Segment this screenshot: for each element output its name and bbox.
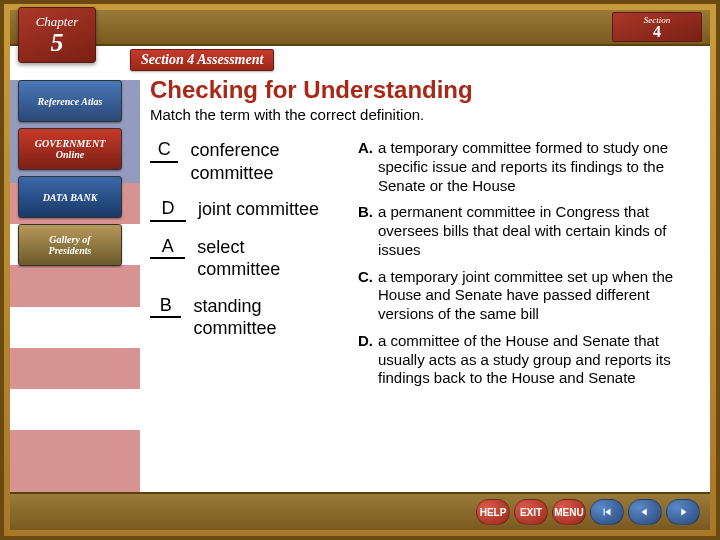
- section-number: 4: [653, 25, 661, 39]
- exit-button[interactable]: EXIT: [514, 499, 548, 525]
- prev-button[interactable]: [628, 499, 662, 525]
- first-icon: [600, 505, 614, 519]
- terms-column: C conference committee D joint committee…: [150, 139, 330, 396]
- definition-letter: B.: [358, 203, 378, 259]
- assessment-badge: Section 4 Assessment: [130, 49, 274, 71]
- sidebar-government-online[interactable]: GOVERNMENT Online: [18, 128, 122, 170]
- term-item: D joint committee: [150, 198, 330, 222]
- term-item: A select committee: [150, 236, 330, 281]
- assessment-bar: Section 4 Assessment: [10, 46, 710, 76]
- instructions-text: Match the term with the correct definiti…: [150, 106, 698, 123]
- sidebar-gallery-presidents[interactable]: Gallery of Presidents: [18, 224, 122, 266]
- definition-text: a temporary joint committee set up when …: [378, 268, 698, 324]
- answer-blank: C: [150, 139, 178, 163]
- next-button[interactable]: [666, 499, 700, 525]
- definition-text: a committee of the House and Senate that…: [378, 332, 698, 388]
- definition-item: C. a temporary joint committee set up wh…: [358, 268, 698, 324]
- bottom-nav-bar: HELP EXIT MENU: [10, 492, 710, 530]
- term-text: standing committee: [193, 295, 330, 340]
- definition-item: D. a committee of the House and Senate t…: [358, 332, 698, 388]
- term-item: B standing committee: [150, 295, 330, 340]
- chevron-left-icon: [638, 505, 652, 519]
- answer-blank: D: [150, 198, 186, 222]
- nav-label: HELP: [480, 507, 507, 518]
- menu-button[interactable]: MENU: [552, 499, 586, 525]
- definition-text: a temporary committee formed to study on…: [378, 139, 698, 195]
- page-heading: Checking for Understanding: [150, 76, 698, 104]
- sidebar-label: Online: [56, 149, 84, 160]
- top-bar: Chapter 5 Section 4: [10, 10, 710, 46]
- term-item: C conference committee: [150, 139, 330, 184]
- term-text: select committee: [197, 236, 330, 281]
- term-text: conference committee: [190, 139, 330, 184]
- help-button[interactable]: HELP: [476, 499, 510, 525]
- answer-blank: A: [150, 236, 185, 260]
- sidebar-label: DATA BANK: [43, 192, 98, 203]
- content-area: Checking for Understanding Match the ter…: [130, 76, 710, 496]
- sidebar-reference-atlas[interactable]: Reference Atlas: [18, 80, 122, 122]
- section-badge-top: Section 4: [612, 12, 702, 42]
- nav-label: MENU: [554, 507, 583, 518]
- sidebar-data-bank[interactable]: DATA BANK: [18, 176, 122, 218]
- qa-row: C conference committee D joint committee…: [150, 139, 698, 396]
- definition-item: B. a permanent committee in Congress tha…: [358, 203, 698, 259]
- sidebar: Reference Atlas GOVERNMENT Online DATA B…: [10, 76, 130, 496]
- answer-blank: B: [150, 295, 181, 319]
- sidebar-label: Gallery of: [49, 234, 90, 245]
- definition-item: A. a temporary committee formed to study…: [358, 139, 698, 195]
- definitions-column: A. a temporary committee formed to study…: [358, 139, 698, 396]
- main-row: Reference Atlas GOVERNMENT Online DATA B…: [10, 76, 710, 496]
- definition-letter: C.: [358, 268, 378, 324]
- definition-letter: A.: [358, 139, 378, 195]
- chevron-right-icon: [676, 505, 690, 519]
- definition-letter: D.: [358, 332, 378, 388]
- term-text: joint committee: [198, 198, 319, 221]
- sidebar-label: Reference Atlas: [38, 96, 103, 107]
- slide-inner: Chapter 5 Section 4 Section 4 Assessment…: [10, 10, 710, 530]
- sidebar-label: GOVERNMENT: [35, 138, 106, 149]
- definition-text: a permanent committee in Congress that o…: [378, 203, 698, 259]
- nav-label: EXIT: [520, 507, 542, 518]
- slide-frame: Chapter 5 Section 4 Section 4 Assessment…: [0, 0, 720, 540]
- sidebar-label: Presidents: [49, 245, 92, 256]
- first-button[interactable]: [590, 499, 624, 525]
